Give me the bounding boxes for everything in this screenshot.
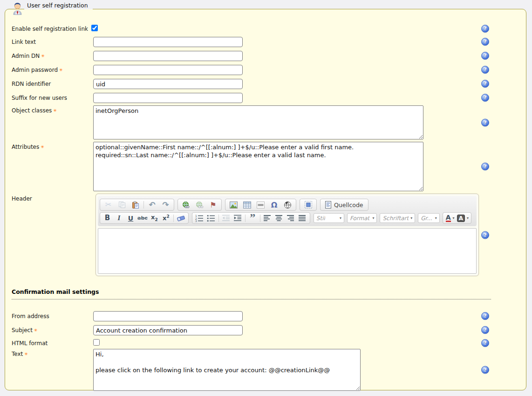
row-suffix: Suffix for new users ? (12, 93, 526, 103)
page: User self registration Enable self regis… (0, 0, 532, 396)
strike-icon: abc (137, 215, 148, 221)
required-marker: ✳ (41, 54, 45, 58)
style-dropdown[interactable]: Stil▾ (314, 213, 344, 223)
admin-password-input[interactable] (93, 65, 243, 75)
suffix-input[interactable] (93, 93, 243, 103)
cut-button[interactable]: ✂ (102, 200, 115, 210)
toolbar-group: 123” (192, 212, 310, 224)
object-classes-textarea[interactable]: inetOrgPerson (93, 105, 423, 139)
admin-password-label-text: Admin password (12, 67, 58, 73)
italic-button[interactable]: I (113, 213, 125, 223)
admin-dn-label: Admin DN✳ (12, 51, 93, 59)
help-icon[interactable]: ? (481, 52, 489, 60)
redo-button[interactable]: ↷ (159, 200, 172, 210)
special-character-button[interactable]: Ω (267, 200, 281, 210)
editor-content[interactable] (98, 228, 477, 274)
text-textarea[interactable]: Hi, please click on the following link t… (93, 349, 361, 391)
help-icon[interactable]: ? (481, 163, 489, 171)
help-icon[interactable]: ? (481, 366, 489, 374)
help-icon[interactable]: ? (481, 66, 489, 74)
paste-button[interactable] (129, 200, 142, 210)
align-center-button[interactable] (273, 213, 285, 223)
align-right-icon (287, 215, 294, 222)
toolbar-group: Quellcode (320, 199, 368, 211)
row-admin-dn: Admin DN✳ ? (12, 51, 526, 61)
indent-icon (233, 215, 242, 222)
source-button[interactable]: Quellcode (322, 200, 367, 210)
undo-icon: ↶ (149, 201, 155, 208)
required-marker: ✳ (41, 145, 44, 149)
text-color-button[interactable]: A▾ (444, 213, 456, 223)
help-icon[interactable]: ? (481, 312, 489, 320)
subscript-button[interactable]: x2 (149, 213, 160, 223)
help-icon[interactable]: ? (481, 25, 489, 33)
rdn-input[interactable] (93, 79, 243, 89)
align-left-icon (264, 215, 271, 222)
undo-button[interactable]: ↶ (145, 200, 159, 210)
help-icon[interactable]: ? (481, 118, 489, 126)
unlink-button[interactable] (193, 200, 206, 210)
admin-dn-label-text: Admin DN (12, 53, 40, 59)
html-format-checkbox[interactable] (93, 339, 100, 346)
admin-dn-input[interactable] (93, 51, 243, 61)
font-dropdown[interactable]: Schriftart▾ (380, 213, 415, 223)
anchor-button[interactable]: ⚑ (206, 200, 220, 210)
settings-fieldset: Enable self registration link ? Link tex… (5, 9, 526, 390)
help-icon[interactable]: ? (481, 80, 489, 88)
copy-icon (118, 201, 126, 208)
background-color-button[interactable]: A▾ (456, 213, 470, 223)
help-icon[interactable]: ? (481, 339, 489, 347)
link-text-input[interactable] (93, 37, 243, 47)
admin-password-label: Admin password✳ (12, 65, 93, 73)
toolbar-separator (173, 215, 174, 222)
remove-format-button[interactable] (175, 213, 187, 223)
image-button[interactable] (227, 200, 240, 210)
subject-label: Subject✳ (12, 325, 93, 333)
blockquote-button[interactable]: ” (247, 213, 259, 223)
help-icon[interactable]: ? (481, 326, 489, 334)
numbered-list-button[interactable]: 123 (194, 213, 205, 223)
horizontal-rule-button[interactable] (254, 200, 267, 210)
row-attributes: Attributes✳ optional::givenName::First n… (12, 142, 526, 191)
row-enable: Enable self registration link ? (12, 24, 526, 32)
superscript-button[interactable]: x2 (160, 213, 172, 223)
copy-button[interactable] (115, 200, 129, 210)
align-right-button[interactable] (285, 213, 297, 223)
toolbar-group: ⚑ (177, 199, 222, 211)
chevron-down-icon: ▾ (340, 216, 341, 220)
row-object-classes: Object classes✳ inetOrgPerson ? (12, 105, 526, 139)
background-color-icon: A▾ (457, 215, 469, 222)
subject-input[interactable] (93, 325, 243, 335)
link-button[interactable] (179, 200, 193, 210)
remove-format-icon (177, 215, 185, 222)
outdent-button[interactable] (220, 213, 232, 223)
underline-button[interactable]: U (125, 213, 136, 223)
bulleted-list-button[interactable] (205, 213, 217, 223)
row-link-text: Link text ? (12, 37, 526, 47)
from-address-input[interactable] (93, 311, 243, 321)
maximize-button[interactable] (301, 200, 315, 210)
table-button[interactable] (240, 200, 254, 210)
align-left-button[interactable] (262, 213, 273, 223)
bold-button[interactable]: B (102, 213, 113, 223)
italic-icon: I (118, 215, 121, 222)
enable-checkbox[interactable] (91, 25, 98, 31)
required-marker: ✳ (59, 68, 63, 72)
bold-icon: B (105, 215, 110, 222)
indent-button[interactable] (232, 213, 244, 223)
help-icon[interactable]: ? (481, 94, 489, 102)
help-icon[interactable]: ? (481, 231, 489, 239)
help-icon[interactable]: ? (481, 38, 489, 46)
strike-button[interactable]: abc (136, 213, 149, 223)
editor-toolbar-row-2: BIUabcx2x2123”Stil▾Format▾Schriftart▾Gr.… (100, 212, 475, 224)
required-marker: ✳ (53, 108, 57, 113)
format-dropdown[interactable]: Format▾ (347, 213, 377, 223)
link-icon (182, 201, 191, 209)
align-justify-button[interactable] (297, 213, 308, 223)
toolbar-separator (218, 215, 219, 222)
row-text: Text✳ Hi, please click on the following … (12, 349, 526, 391)
iframe-button[interactable] (281, 200, 294, 210)
size-dropdown[interactable]: Gr...▾ (418, 213, 439, 223)
attributes-textarea[interactable]: optional::givenName::First name::/^[[:al… (93, 142, 423, 191)
maximize-icon (304, 201, 313, 209)
